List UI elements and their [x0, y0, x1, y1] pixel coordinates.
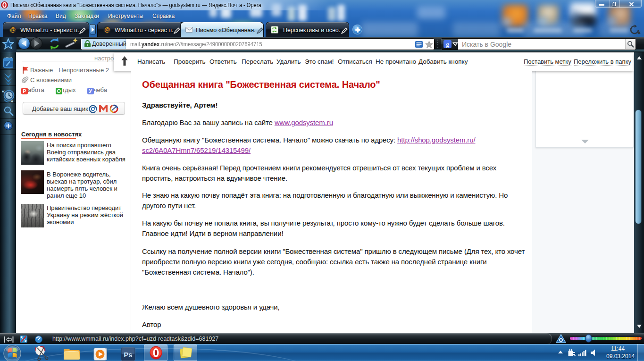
- svg-text:@: @: [10, 26, 16, 33]
- svg-text:g: g: [446, 41, 450, 48]
- svg-text:»: »: [10, 98, 13, 103]
- svg-text:Ps: Ps: [124, 351, 132, 359]
- svg-text:@: @: [104, 26, 110, 33]
- svg-text:«: «: [2, 88, 5, 94]
